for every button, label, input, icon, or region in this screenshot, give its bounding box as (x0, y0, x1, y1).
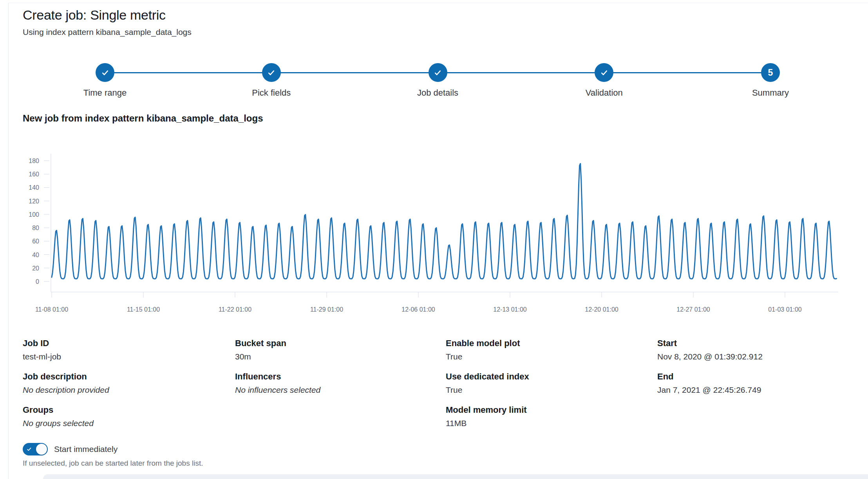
y-axis-tick-label: 0 (36, 278, 39, 285)
job-id-label: Job ID (23, 338, 109, 349)
groups-value: No groups selected (23, 418, 109, 428)
summary-item-start: StartNov 8, 2020 @ 01:39:02.912 (657, 338, 763, 362)
x-axis-tick-label: 12-20 01:00 (585, 306, 618, 313)
y-axis-tick-label: 140 (29, 184, 39, 191)
step-2-indicator-check-icon[interactable] (262, 63, 281, 82)
step-1: Time range (46, 63, 164, 98)
step-5-indicator-current[interactable]: 5 (761, 63, 780, 82)
summary-column-1: Job IDtest-ml-jobJob descriptionNo descr… (23, 338, 109, 438)
bucket-span-label: Bucket span (235, 338, 320, 349)
toggle-knob (36, 444, 47, 455)
x-axis-tick-label: 11-15 01:00 (127, 306, 160, 313)
start-label: Start (657, 338, 763, 349)
toggle-check-icon (26, 446, 32, 452)
enable-model-plot-value: True (446, 351, 529, 362)
x-axis-tick-label: 11-22 01:00 (219, 306, 251, 313)
summary-column-4: StartNov 8, 2020 @ 01:39:02.912EndJan 7,… (657, 338, 763, 405)
y-axis-tick-label: 100 (29, 211, 39, 218)
start-immediately-help: If unselected, job can be started later … (23, 459, 203, 468)
y-axis-tick-label: 40 (32, 252, 39, 258)
summary-item-job-description: Job descriptionNo description provided (23, 371, 109, 395)
step-2-label: Pick fields (213, 87, 330, 98)
step-3-label: Job details (379, 87, 497, 98)
page-subtitle: Using index pattern kibana_sample_data_l… (23, 27, 192, 38)
step-1-label: Time range (46, 87, 164, 98)
x-axis-tick-label: 11-08 01:00 (35, 306, 68, 313)
summary-item-groups: GroupsNo groups selected (23, 405, 109, 428)
step-1-indicator-check-icon[interactable] (96, 63, 114, 82)
page-header: Create job: Single metric Using index pa… (23, 6, 192, 38)
use-dedicated-index-value: True (446, 385, 529, 395)
model-memory-limit-label: Model memory limit (446, 405, 529, 415)
event-rate-chart-svg: 02040608010012014016018011-08 01:0011-15… (0, 154, 868, 320)
summary-item-job-id: Job IDtest-ml-job (23, 338, 109, 362)
page-title: Create job: Single metric (23, 6, 192, 24)
step-4: Validation (545, 63, 663, 98)
step-2: Pick fields (213, 63, 330, 98)
x-axis-tick-label: 11-29 01:00 (310, 306, 343, 313)
step-5: 5Summary (712, 63, 829, 98)
x-axis-tick-label: 12-27 01:00 (676, 306, 710, 313)
end-label: End (657, 371, 763, 382)
start-immediately-label: Start immediately (54, 445, 118, 454)
start-value: Nov 8, 2020 @ 01:39:02.912 (657, 351, 763, 362)
section-heading: New job from index pattern kibana_sample… (23, 113, 263, 124)
influencers-value: No influencers selected (235, 385, 320, 395)
event-rate-line (52, 163, 837, 279)
summary-item-influencers: InfluencersNo influencers selected (235, 371, 320, 395)
job-description-label: Job description (23, 371, 109, 382)
event-rate-chart: 02040608010012014016018011-08 01:0011-15… (0, 154, 868, 320)
summary-item-use-dedicated-index: Use dedicated indexTrue (446, 371, 529, 395)
y-axis-tick-label: 160 (29, 171, 39, 178)
page-top-border (8, 3, 868, 3)
step-5-label: Summary (712, 87, 829, 98)
summary-column-3: Enable model plotTrueUse dedicated index… (446, 338, 529, 438)
start-immediately-row: Start immediately (23, 443, 118, 455)
y-axis-tick-label: 120 (29, 198, 39, 205)
x-axis-tick-label: 01-03 01:00 (768, 306, 802, 313)
step-4-label: Validation (545, 87, 663, 98)
use-dedicated-index-label: Use dedicated index (446, 371, 529, 382)
y-axis-tick-label: 20 (32, 265, 39, 272)
step-3: Job details (379, 63, 497, 98)
step-4-indicator-check-icon[interactable] (595, 63, 613, 82)
check-icon (267, 69, 275, 77)
bucket-span-value: 30m (235, 351, 320, 362)
check-icon (101, 69, 109, 77)
job-summary-grid: Job IDtest-ml-jobJob descriptionNo descr… (0, 338, 868, 440)
enable-model-plot-label: Enable model plot (446, 338, 529, 349)
y-axis-tick-label: 60 (32, 238, 39, 245)
summary-item-bucket-span: Bucket span30m (235, 338, 320, 362)
y-axis-tick-label: 180 (29, 158, 39, 164)
x-axis-tick-label: 12-13 01:00 (493, 306, 527, 313)
check-icon (600, 69, 608, 77)
summary-item-model-memory-limit: Model memory limit11MB (446, 405, 529, 428)
groups-label: Groups (23, 405, 109, 415)
create-job-wizard-page: Create job: Single metric Using index pa… (0, 0, 868, 479)
job-id-value: test-ml-job (23, 351, 109, 362)
y-axis-tick-label: 80 (32, 225, 39, 231)
summary-item-enable-model-plot: Enable model plotTrue (446, 338, 529, 362)
check-icon (434, 69, 442, 77)
step-3-indicator-check-icon[interactable] (429, 63, 447, 82)
x-axis-tick-label: 12-06 01:00 (401, 306, 435, 313)
start-immediately-toggle[interactable] (23, 443, 48, 455)
job-description-value: No description provided (23, 385, 109, 395)
model-memory-limit-value: 11MB (446, 418, 529, 428)
summary-item-end: EndJan 7, 2021 @ 22:45:26.749 (657, 371, 763, 395)
influencers-label: Influencers (235, 371, 320, 382)
end-value: Jan 7, 2021 @ 22:45:26.749 (657, 385, 763, 395)
wizard-stepper: Time rangePick fieldsJob detailsValidati… (105, 63, 770, 102)
bottom-panel-edge (43, 474, 868, 479)
summary-column-2: Bucket span30mInfluencersNo influencers … (235, 338, 320, 405)
